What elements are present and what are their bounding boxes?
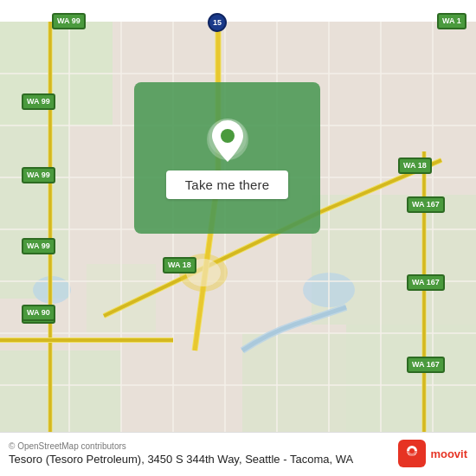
moovit-logo: moovit: [398, 440, 467, 467]
location-panel: Take me there: [134, 82, 320, 234]
bottom-left: © OpenStreetMap contributors Tesoro (Tes…: [9, 441, 353, 466]
osm-credit: © OpenStreetMap contributors: [9, 441, 353, 451]
badge-wa167-right3: WA 167: [407, 357, 445, 373]
badge-i15: 15: [208, 13, 227, 32]
moovit-text: moovit: [430, 447, 467, 460]
svg-point-43: [221, 129, 235, 143]
badge-wa99-mid1: WA 99: [22, 93, 55, 110]
bottom-bar: © OpenStreetMap contributors Tesoro (Tes…: [0, 432, 476, 476]
svg-rect-2: [0, 125, 69, 299]
badge-wa18-center: WA 18: [163, 257, 196, 273]
badge-wa1-topright: WA 1: [437, 13, 466, 29]
badge-wa99-mid2: WA 99: [22, 167, 55, 183]
badge-wa18-topright: WA 18: [398, 158, 432, 174]
location-pin: [205, 117, 250, 162]
badge-wa90: WA 90: [22, 305, 55, 321]
take-me-there-button[interactable]: Take me there: [166, 170, 289, 199]
badge-wa99-top: WA 99: [52, 13, 86, 29]
moovit-icon: [398, 440, 426, 467]
map-svg: [0, 0, 476, 476]
map-container: WA 99 WA 99 WA 99 WA 99 WA 99 WA 18 WA 1…: [0, 0, 476, 476]
badge-wa99-lower: WA 99: [22, 238, 55, 254]
location-name: Tesoro (Tesoro Petroleum), 3450 S 344th …: [9, 453, 353, 466]
badge-wa167-right1: WA 167: [407, 196, 445, 213]
badge-wa167-right2: WA 167: [407, 274, 445, 291]
